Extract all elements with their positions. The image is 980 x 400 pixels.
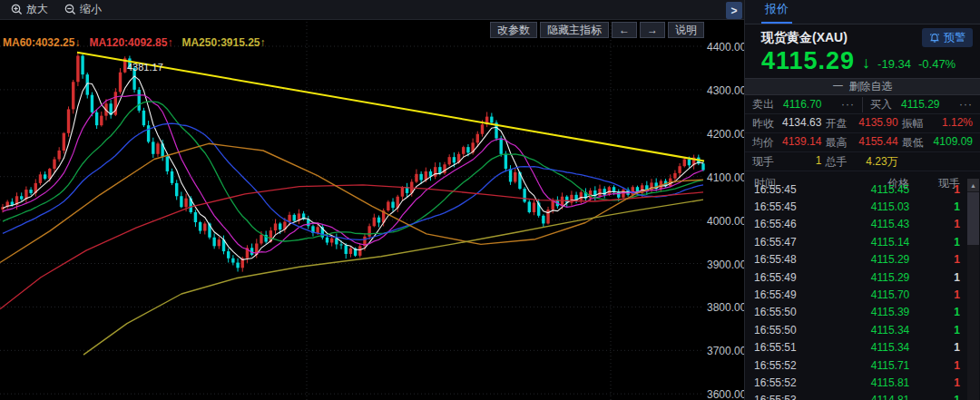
- stat-cell: 均价4139.14: [752, 135, 821, 151]
- trade-row: 16:55:454115.451: [745, 180, 967, 198]
- ma-indicator-label-0: MA60:4032.25↓: [3, 36, 80, 49]
- prev-button[interactable]: ←: [612, 22, 637, 38]
- ma-indicator-row: MA60:4032.25↓MA120:4092.85↑MA250:3915.25…: [3, 36, 266, 49]
- scrollbar-thumb[interactable]: [967, 192, 979, 245]
- stat-cell: 振幅1.12%: [902, 116, 973, 132]
- trades-scrollbar: ▲: [967, 179, 979, 400]
- instrument-row: 现货黄金(XAU) 预警: [745, 30, 980, 45]
- quote-panel: 报价 现货黄金(XAU) 预警 4115.29 ↓ -19.34 -0.47% …: [744, 0, 980, 400]
- trade-row: 16:55:504115.391: [745, 304, 967, 321]
- trading-app: 放大 缩小 > 改参数隐藏主指标←→说明 MA60:4032.25↓MA120:…: [0, 0, 980, 400]
- ma-indicator-label-2: MA250:3915.25↑: [181, 36, 265, 49]
- alarm-bell-icon: [929, 33, 940, 44]
- stat-row: 昨收4134.63开盘4135.90振幅1.12%: [745, 114, 980, 133]
- tab-quote[interactable]: 报价: [761, 0, 792, 24]
- stat-cell: 最高4155.44: [825, 135, 897, 151]
- stat-cell: 昨收4134.63: [752, 116, 821, 132]
- trade-row: 16:55:484115.291: [745, 251, 967, 268]
- trade-row: 16:55:524115.811: [745, 374, 967, 391]
- remove-watchlist-label: 删除自选: [849, 79, 893, 94]
- quote-stats: 昨收4134.63开盘4135.90振幅1.12%均价4139.14最高4155…: [745, 114, 980, 171]
- buy-more-button[interactable]: ···: [959, 98, 973, 111]
- alert-button[interactable]: 预警: [922, 28, 973, 47]
- trade-row: 16:55:504115.341: [745, 321, 967, 338]
- price-row: 4115.29 ↓ -19.34 -0.47%: [745, 47, 980, 73]
- price-change: -19.34: [877, 57, 911, 73]
- hide-main-indicator-button[interactable]: 隐藏主指标: [540, 22, 609, 38]
- buy-price: 4115.29: [901, 98, 940, 111]
- trade-row: 16:55:454115.031: [745, 198, 967, 215]
- stat-row: 均价4139.14最高4155.44最低4109.09: [745, 133, 980, 152]
- stat-cell: 总手4.23万: [825, 154, 897, 170]
- stat-row: 现手1总手4.23万: [745, 152, 980, 171]
- price-change-percent: -0.47%: [918, 57, 956, 73]
- sell-label: 卖出: [752, 97, 774, 112]
- buy-label: 买入: [870, 97, 892, 112]
- chart-section: 放大 缩小 > 改参数隐藏主指标←→说明 MA60:4032.25↓MA120:…: [0, 0, 744, 400]
- chart-toolbar: 改参数隐藏主指标←→说明: [490, 22, 704, 38]
- trades-list: 16:55:454115.45116:55:454115.03116:55:46…: [745, 180, 967, 400]
- trade-row: 16:55:474115.141: [745, 233, 967, 250]
- alert-label: 预警: [944, 30, 965, 45]
- buy-quote: 买入 4115.29 ···: [863, 97, 980, 112]
- ma-indicator-label-1: MA120:4092.85↑: [89, 36, 172, 49]
- scroll-up-button[interactable]: ▲: [967, 179, 979, 191]
- stat-cell: 开盘4135.90: [825, 116, 897, 132]
- trade-row: 16:55:514115.341: [745, 339, 967, 356]
- help-button[interactable]: 说明: [668, 22, 704, 38]
- trade-row: 16:55:464115.431: [745, 216, 967, 233]
- next-button[interactable]: →: [640, 22, 665, 38]
- bid-ask-row: 卖出 4116.70 ··· 买入 4115.29 ···: [745, 95, 980, 114]
- sell-more-button[interactable]: ···: [841, 98, 855, 111]
- trade-row: 16:55:494115.701: [745, 286, 967, 303]
- change-params-button[interactable]: 改参数: [490, 22, 537, 38]
- sell-price: 4116.70: [783, 98, 822, 111]
- stat-cell: 最低4109.09: [902, 135, 973, 151]
- last-price: 4115.29: [761, 49, 855, 73]
- stat-cell: 现手1: [752, 154, 821, 170]
- candlestick-chart[interactable]: [0, 0, 744, 400]
- minus-icon: 一: [833, 79, 844, 94]
- quote-tabbar: 报价: [745, 0, 980, 24]
- trade-row: 16:55:534114.811: [745, 392, 967, 400]
- trade-row: 16:55:494115.291: [745, 268, 967, 286]
- remove-watchlist-button[interactable]: 一 删除自选: [745, 78, 980, 95]
- sell-quote: 卖出 4116.70 ···: [745, 97, 863, 112]
- instrument-name: 现货黄金(XAU): [761, 30, 848, 46]
- price-down-arrow-icon: ↓: [862, 53, 870, 73]
- trade-row: 16:55:524115.711: [745, 356, 967, 374]
- peak-price-annotation: 4381.17: [127, 62, 163, 73]
